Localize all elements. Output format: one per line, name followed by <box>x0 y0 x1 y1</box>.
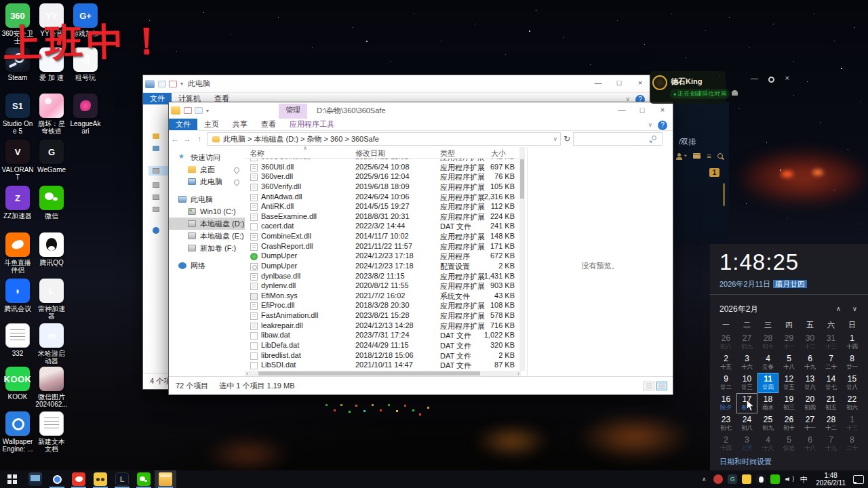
app-icon[interactable] <box>39 232 64 257</box>
desktop-icon[interactable]: 腾讯会议 <box>1 279 34 312</box>
calendar-day[interactable]: 1 十四 <box>842 332 863 352</box>
gear-icon[interactable] <box>768 77 774 83</box>
address-bar[interactable]: 此电脑 > 本地磁盘 (D:) > 杂物 > 360 > 360Safe ∨ <box>207 132 561 146</box>
calendar-day[interactable]: 10 廿三 <box>736 373 757 393</box>
desktop-icon[interactable]: G WeGame <box>35 140 68 174</box>
app-icon[interactable] <box>5 411 30 436</box>
app-icon[interactable]: Z <box>5 186 30 210</box>
app-icon[interactable]: L <box>39 279 64 303</box>
file-row[interactable]: AntiRK.dll 2014/5/15 19:27 应用程序扩展 112 KB <box>245 202 521 212</box>
calendar-day[interactable]: 31 十三 <box>821 332 842 352</box>
calendar-day[interactable]: 14 廿七 <box>821 373 842 393</box>
file-list[interactable]: 360UCenter.dll 2025/7/21 11:02 应用程序扩展 74… <box>245 159 521 372</box>
calendar-prev-icon[interactable]: ∧ <box>836 305 841 312</box>
ribbon-tab[interactable]: 应用程序工具 <box>283 119 341 130</box>
qat-icon[interactable] <box>184 107 192 114</box>
nav-item[interactable]: 新加卷 (F:) <box>169 242 245 254</box>
file-row[interactable]: LibDefa.dat 2024/4/29 11:15 DAT 文件 320 K… <box>245 341 521 351</box>
taskbar-app-icon[interactable] <box>137 472 151 486</box>
scrollbar-thumb[interactable] <box>258 371 480 375</box>
ribbon-tab[interactable]: 共享 <box>226 119 254 130</box>
app-icon[interactable]: KOOK <box>5 367 30 391</box>
calendar-day[interactable]: 6 十九 <box>800 352 821 373</box>
calendar-day[interactable]: 16 除夕 <box>715 393 736 413</box>
ribbon-tab[interactable]: 文件 <box>169 119 197 130</box>
maximize-button[interactable]: □ <box>609 75 629 92</box>
file-row[interactable]: leakrepair.dll 2024/12/13 14:28 应用程序扩展 7… <box>245 321 521 331</box>
app-icon[interactable] <box>39 186 64 210</box>
maximize-button[interactable]: □ <box>632 102 652 119</box>
file-row[interactable]: dynlbase.dll 2023/8/2 11:15 应用程序扩展 1,431… <box>245 272 521 282</box>
desktop-icon[interactable]: S1 Studio One 5 <box>1 94 34 135</box>
outer-titlebar[interactable]: ▾ 此电脑 — □ × <box>143 75 650 93</box>
breadcrumb[interactable]: 此电脑 > 本地磁盘 (D:) > 杂物 > 360 > 360Safe <box>223 134 379 144</box>
up-button[interactable]: ↑ <box>193 134 205 144</box>
calendar-day[interactable]: 5 惊蛰 <box>778 434 800 454</box>
action-center-icon[interactable] <box>853 475 864 484</box>
file-row[interactable]: DumpUper 2024/12/23 17:18 应用程序 672 KB <box>245 251 521 262</box>
calendar-day[interactable]: 4 立春 <box>757 352 778 373</box>
app-icon[interactable] <box>73 94 98 118</box>
list-icon[interactable]: ≡ <box>707 152 711 160</box>
calendar-day[interactable]: 27 初九 <box>736 332 757 352</box>
file-row[interactable]: DumpUper 2024/12/23 17:18 配置设置 2 KB <box>245 262 521 272</box>
taskbar-clock[interactable]: 1:48 2026/2/11 <box>813 472 848 487</box>
desktop-icon[interactable]: V VALORANT <box>1 140 34 181</box>
taskbar-app-icon[interactable] <box>50 472 64 486</box>
calendar-day[interactable]: 28 十二 <box>821 413 842 434</box>
file-row[interactable]: EfiMon.sys 2021/7/2 16:02 系统文件 43 KB <box>245 291 521 302</box>
ribbon-collapse-icon[interactable]: ∨ <box>648 121 652 128</box>
minimize-button[interactable]: — <box>612 102 632 119</box>
ribbon-tab[interactable]: 查看 <box>254 119 283 130</box>
close-button[interactable]: × <box>652 102 673 119</box>
file-row[interactable]: 360Util.dll 2025/6/24 10:08 应用程序扩展 697 K… <box>245 163 521 173</box>
folder-icon[interactable] <box>153 134 159 139</box>
horizontal-scrollbar[interactable]: ‹ › <box>245 371 521 376</box>
calendar-day[interactable]: 19 初三 <box>778 393 800 413</box>
vertical-scrollbar[interactable] <box>519 147 525 371</box>
file-row[interactable]: EfiProc.dll 2018/3/28 20:30 应用程序扩展 108 K… <box>245 301 521 311</box>
calendar-day[interactable]: 18 雨水 <box>757 393 778 413</box>
calendar-day[interactable]: 26 初八 <box>715 332 736 352</box>
desktop-icon[interactable]: L 雷神加速器 <box>35 279 68 320</box>
desktop-icon[interactable]: KOOK KOOK <box>1 367 34 401</box>
calendar-day[interactable]: 30 十二 <box>800 332 821 352</box>
calendar-day[interactable]: 1 十三 <box>842 413 863 434</box>
drive-icon[interactable] <box>153 182 159 188</box>
calendar-day[interactable]: 25 初九 <box>757 413 778 434</box>
calendar-day[interactable]: 4 十六 <box>757 434 778 454</box>
context-tab-manage[interactable]: 管理 <box>279 104 307 119</box>
calendar-day[interactable]: 8 廿一 <box>842 352 863 373</box>
app-icon[interactable]: V <box>5 140 30 164</box>
desktop-icon[interactable]: 斗鱼直播伴侣 <box>1 232 34 274</box>
clock-date[interactable]: 2026年2月11日 <box>719 280 770 288</box>
tray-icon[interactable]: G <box>728 474 737 484</box>
calendar-day[interactable]: 27 十一 <box>800 413 821 434</box>
calendar-day[interactable]: 3 十六 <box>736 352 757 373</box>
tray-icon[interactable]: 中 <box>799 474 808 484</box>
file-row[interactable]: CrashReport.dll 2021/11/22 11:57 应用程序扩展 … <box>245 242 521 252</box>
tray-icon[interactable] <box>785 474 794 484</box>
desktop-icon[interactable]: Wallpaper Engine: ... <box>1 411 34 453</box>
file-row[interactable]: cacert.dat 2022/3/2 14:44 DAT 文件 241 KB <box>245 222 521 232</box>
calendar-next-icon[interactable]: ∨ <box>852 305 857 312</box>
file-row[interactable]: dynlenv.dll 2020/8/12 11:55 应用程序扩展 903 K… <box>245 281 521 291</box>
taskbar-app[interactable] <box>155 470 176 488</box>
tray-icon[interactable] <box>713 474 723 484</box>
calendar-day[interactable]: 2 十四 <box>715 434 736 454</box>
app-icon[interactable] <box>39 94 64 118</box>
app-icon[interactable]: S1 <box>5 94 30 118</box>
column-size[interactable]: 大小 <box>491 148 506 159</box>
tray-icon[interactable] <box>770 474 780 484</box>
calendar-day[interactable]: 7 二十 <box>821 352 842 373</box>
nav-item[interactable]: 本地磁盘 (E:) <box>169 230 245 242</box>
nav-item[interactable]: 快速访问 <box>169 151 245 163</box>
calendar-day[interactable]: 11 廿四 <box>757 373 778 393</box>
calendar-day[interactable]: 29 十一 <box>778 332 800 352</box>
file-row[interactable]: LibSDI.dat 2021/10/11 14:47 DAT 文件 87 KB <box>245 361 521 371</box>
desktop-icon[interactable]: 崩坏：星穹铁道 <box>35 94 68 135</box>
minimize-button[interactable]: — <box>588 75 608 92</box>
drive-icon[interactable] <box>153 168 159 174</box>
file-row[interactable]: libaw.dat 2023/7/31 17:24 DAT 文件 1,022 K… <box>245 331 521 341</box>
app-icon[interactable] <box>39 411 64 436</box>
